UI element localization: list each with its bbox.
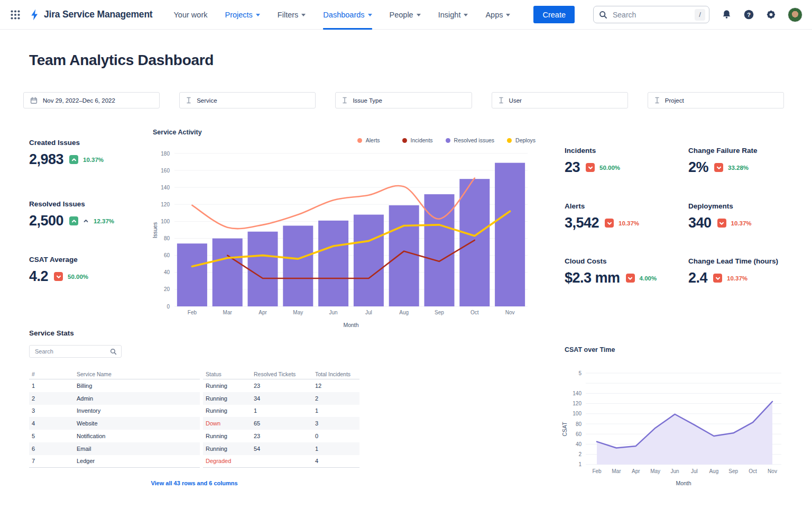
svg-text:May: May bbox=[293, 310, 303, 315]
cell-total-incidents: 1 bbox=[312, 405, 359, 418]
view-all-link[interactable]: View all 43 rows and 6 columns bbox=[29, 480, 359, 486]
legend-dot bbox=[357, 138, 362, 143]
user-avatar[interactable] bbox=[788, 7, 802, 22]
nav-item-label: Apps bbox=[485, 11, 503, 19]
kpi-value-row: 4.250.00% bbox=[29, 268, 88, 285]
create-button[interactable]: Create bbox=[533, 6, 575, 23]
kpi-alerts: Alerts3,54210.37% bbox=[565, 202, 639, 231]
kpi-label: Incidents bbox=[565, 147, 620, 155]
service-activity-chart: 020406080100120140160180FebMarAprMayJunJ… bbox=[151, 148, 537, 335]
nav-item-projects[interactable]: Projects bbox=[225, 0, 260, 30]
kpi-value: 2.4 bbox=[688, 270, 707, 286]
csat-chart: 514012010080604021FebMarAprMayJunJulAugS… bbox=[560, 362, 788, 497]
dashboard-page: Jira Service Management Your workProject… bbox=[0, 0, 812, 508]
cell-service-name: Website bbox=[74, 417, 200, 430]
cell-status: Running bbox=[203, 379, 251, 392]
svg-text:140: 140 bbox=[573, 391, 582, 396]
kpi-value: 2,983 bbox=[29, 151, 63, 168]
cell-service-name: Billing bbox=[74, 379, 200, 392]
nav-item-label: People bbox=[390, 11, 413, 19]
svg-text:CSAT: CSAT bbox=[561, 422, 568, 437]
svg-text:120: 120 bbox=[573, 401, 582, 406]
nav-item-filters[interactable]: Filters bbox=[278, 0, 306, 30]
trend-down-icon bbox=[717, 219, 726, 228]
legend-resolved-issues[interactable]: Resolved issues bbox=[446, 137, 494, 143]
chevron-down-icon bbox=[301, 14, 306, 16]
svg-text:100: 100 bbox=[573, 411, 582, 416]
csat-over-time-card: CSAT over Time 514012010080604021FebMarA… bbox=[560, 341, 788, 495]
notifications-bell-icon[interactable] bbox=[721, 9, 732, 20]
table-search[interactable] bbox=[29, 345, 122, 358]
svg-text:Issues: Issues bbox=[152, 222, 158, 238]
legend-alerts[interactable]: Alerts bbox=[357, 137, 380, 143]
settings-gear-icon[interactable] bbox=[765, 9, 777, 20]
csat-over-time-title: CSAT over Time bbox=[565, 346, 615, 353]
svg-text:Jul: Jul bbox=[691, 468, 698, 474]
app-name: Jira Service Management bbox=[44, 9, 153, 20]
jira-logo[interactable]: Jira Service Management bbox=[29, 8, 153, 21]
service-activity-legend: AlertsIncidentsResolved issuesDeploys bbox=[357, 137, 536, 143]
nav-item-people[interactable]: People bbox=[390, 0, 421, 30]
cell-service-name: Ledger bbox=[74, 455, 200, 468]
table-row: 5NotificationRunning230 bbox=[29, 430, 359, 442]
cell-resolved-tickets: 34 bbox=[251, 392, 312, 405]
kpi-value: $2.3 mm bbox=[565, 270, 620, 286]
trend-up-icon bbox=[69, 216, 78, 225]
issue-type-filter[interactable]: Issue Type bbox=[335, 92, 472, 108]
kpi-delta: 10.37% bbox=[731, 220, 752, 226]
cell-num: 1 bbox=[29, 379, 74, 392]
user-filter[interactable]: User bbox=[492, 92, 628, 108]
service-filter[interactable]: Service bbox=[179, 92, 316, 108]
help-icon[interactable]: ? bbox=[743, 9, 754, 20]
search-icon bbox=[599, 11, 607, 19]
csat-svg: 514012010080604021FebMarAprMayJunJulAugS… bbox=[560, 362, 788, 495]
filter-label: Nov 29, 2022–Dec 6, 2022 bbox=[43, 97, 115, 104]
project-filter[interactable]: Project bbox=[648, 92, 784, 108]
cell-service-name: Notification bbox=[74, 430, 200, 442]
date-range-filter[interactable]: Nov 29, 2022–Dec 6, 2022 bbox=[23, 92, 160, 108]
trend-down-icon bbox=[714, 163, 723, 172]
global-search[interactable]: / bbox=[593, 6, 709, 23]
cell-resolved-tickets: 23 bbox=[251, 379, 312, 392]
service-activity-card: Service Activity AlertsIncidentsResolved… bbox=[151, 127, 537, 333]
legend-deploys[interactable]: Deploys bbox=[507, 137, 536, 143]
legend-label: Incidents bbox=[411, 137, 433, 143]
nav-item-label: Your work bbox=[174, 11, 208, 19]
kpi-value-row: 2.410.37% bbox=[688, 270, 778, 286]
column-header-num: # bbox=[29, 369, 74, 379]
service-activity-svg: 020406080100120140160180FebMarAprMayJunJ… bbox=[151, 148, 537, 333]
svg-text:Feb: Feb bbox=[592, 468, 602, 474]
svg-text:100: 100 bbox=[161, 219, 170, 224]
nav-item-your-work[interactable]: Your work bbox=[174, 0, 208, 30]
kpi-label: Change Lead Time (hours) bbox=[688, 257, 778, 265]
filter-label: Project bbox=[665, 97, 684, 104]
kpi-delta: 4.00% bbox=[640, 275, 657, 282]
cell-total-incidents: 1 bbox=[312, 442, 359, 455]
svg-text:Mar: Mar bbox=[223, 310, 233, 315]
kpi-value-row: 34010.37% bbox=[688, 215, 752, 231]
svg-text:Sep: Sep bbox=[728, 468, 738, 474]
global-search-input[interactable] bbox=[612, 10, 690, 20]
service-stats-title: Service Stats bbox=[29, 329, 74, 337]
kpi-value: 2% bbox=[688, 159, 708, 176]
nav-item-dashboards[interactable]: Dashboards bbox=[323, 0, 372, 30]
nav-item-insight[interactable]: Insight bbox=[438, 0, 468, 30]
trend-down-icon bbox=[54, 272, 63, 281]
svg-text:Feb: Feb bbox=[188, 310, 197, 315]
kpi-value: 2,500 bbox=[29, 213, 63, 229]
nav-item-apps[interactable]: Apps bbox=[485, 0, 510, 30]
cell-total-incidents: 4 bbox=[312, 455, 359, 468]
kpi-value: 3,542 bbox=[565, 215, 599, 231]
chevron-down-icon bbox=[464, 14, 468, 16]
app-switcher-icon[interactable] bbox=[10, 9, 21, 21]
kpi-resolved-issues: Resolved Issues2,50012.37% bbox=[29, 200, 114, 229]
cell-status: Running bbox=[203, 405, 251, 418]
primary-nav: Your workProjectsFiltersDashboardsPeople… bbox=[174, 0, 511, 30]
table-search-input[interactable] bbox=[34, 348, 107, 355]
legend-incidents[interactable]: Incidents bbox=[402, 137, 433, 143]
svg-text:5: 5 bbox=[578, 370, 582, 376]
svg-text:Aug: Aug bbox=[399, 310, 409, 315]
filter-icon bbox=[342, 97, 347, 104]
svg-text:Oct: Oct bbox=[470, 310, 479, 315]
svg-text:Oct: Oct bbox=[749, 468, 757, 474]
